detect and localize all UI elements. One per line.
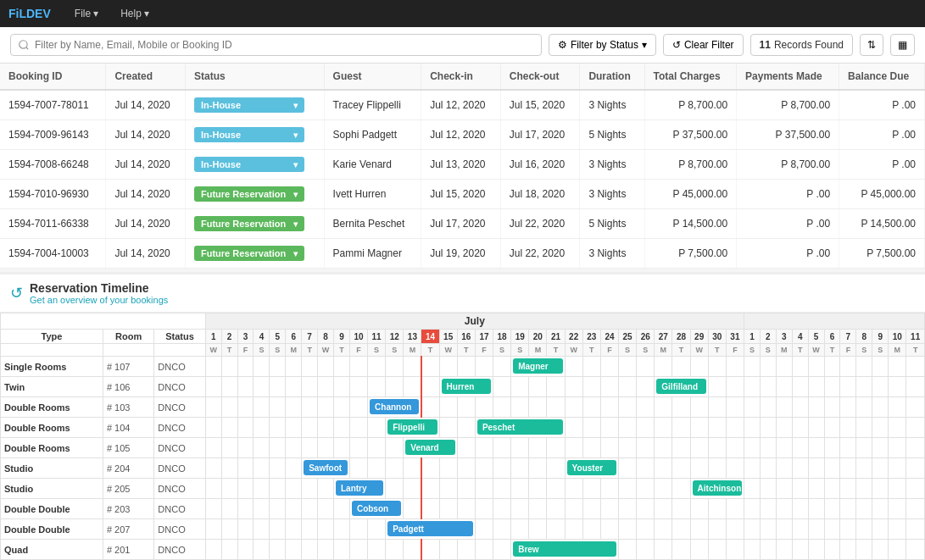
timeline-empty-cell <box>302 377 318 397</box>
timeline-empty-cell <box>856 519 872 540</box>
timeline-status: DNCO <box>154 397 205 418</box>
timeline-bar-cell: Cobson <box>349 499 403 519</box>
timeline-empty-cell <box>270 519 286 540</box>
timeline-empty-cell <box>619 377 637 397</box>
status-dropdown-arrow[interactable]: ▾ <box>293 101 298 110</box>
status-dropdown-arrow[interactable]: ▾ <box>293 219 298 229</box>
timeline-empty-cell <box>824 418 840 438</box>
timeline-empty-cell <box>270 438 286 458</box>
weekday-July-24: F <box>600 344 618 357</box>
status-badge[interactable]: Future Reservation ▾ <box>194 246 304 261</box>
timeline-empty-cell <box>690 397 708 418</box>
cell-status[interactable]: Future Reservation ▾ <box>186 209 325 239</box>
timeline-empty-cell <box>872 377 889 397</box>
day-header-July-30: 30 <box>708 330 726 344</box>
cell-status[interactable]: Future Reservation ▾ <box>186 239 325 269</box>
nav-help[interactable]: Help ▾ <box>114 8 156 19</box>
timeline-empty-cell <box>744 458 761 479</box>
timeline-empty-cell <box>237 397 254 418</box>
col-checkout: Check-out <box>500 64 580 90</box>
timeline-bar-cell: Peschet <box>475 418 565 438</box>
day-header-July-28: 28 <box>672 330 690 344</box>
timeline-type: Double Rooms <box>1 418 103 438</box>
status-badge[interactable]: In-House ▾ <box>194 97 304 113</box>
cell-guest: Tracey Flippelli <box>324 90 421 120</box>
timeline-empty-cell <box>840 397 856 418</box>
timeline-empty-cell <box>824 397 840 418</box>
clear-filter-button[interactable]: ↺ Clear Filter <box>663 34 744 56</box>
timeline-empty-cell <box>404 357 421 377</box>
timeline-empty-cell <box>334 357 350 377</box>
timeline-room: # 207 <box>103 519 153 540</box>
cell-checkout: Jul 22, 2020 <box>500 239 580 269</box>
cell-checkout: Jul 18, 2020 <box>500 180 580 209</box>
day-header-July-6: 6 <box>286 330 302 344</box>
timeline-empty-cell <box>808 519 824 540</box>
timeline-empty-cell <box>254 438 270 458</box>
sort-button[interactable]: ⇅ <box>860 34 883 56</box>
cell-booking-id: 1594-7007-78011 <box>0 90 106 120</box>
timeline-status: DNCO <box>154 479 205 499</box>
timeline-empty-cell <box>493 519 511 540</box>
timeline-empty-cell <box>457 357 475 377</box>
timeline-empty-cell <box>270 397 286 418</box>
timeline-empty-cell <box>547 377 565 397</box>
timeline-empty-cell <box>254 499 270 519</box>
timeline-empty-cell <box>776 438 792 458</box>
timeline-empty-cell <box>824 519 840 540</box>
status-badge[interactable]: Future Reservation ▾ <box>194 186 304 202</box>
timeline-empty-cell <box>254 397 270 418</box>
cell-status[interactable]: In-House ▾ <box>186 150 325 180</box>
timeline-empty-cell <box>889 479 906 499</box>
timeline-empty-cell <box>349 397 367 418</box>
timeline-grid-wrapper: July Type Room Status1234567891011121314… <box>0 313 925 560</box>
timeline-empty-cell <box>493 479 511 499</box>
timeline-status: DNCO <box>154 519 205 540</box>
status-dropdown-arrow[interactable]: ▾ <box>293 190 298 199</box>
timeline-empty-cell <box>792 519 808 540</box>
cell-status[interactable]: In-House ▾ <box>186 120 325 150</box>
status-dropdown-arrow[interactable]: ▾ <box>293 249 298 258</box>
cell-status[interactable]: In-House ▾ <box>186 90 325 120</box>
timeline-empty-cell <box>221 540 237 560</box>
timeline-empty-cell <box>600 438 618 458</box>
timeline-empty-cell <box>637 540 655 560</box>
cell-booking-id: 1594-7011-66338 <box>0 209 106 239</box>
nav-file[interactable]: File ▾ <box>68 8 105 19</box>
status-badge[interactable]: Future Reservation ▾ <box>194 216 304 231</box>
weekday-Aug-1: S <box>744 344 761 357</box>
timeline-empty-cell <box>334 377 350 397</box>
day-header-July-20: 20 <box>529 330 547 344</box>
timeline-empty-cell <box>286 377 302 397</box>
timeline-empty-cell <box>237 438 254 458</box>
timeline-empty-cell <box>637 377 655 397</box>
day-header-July-21: 21 <box>547 330 565 344</box>
grid-view-button[interactable]: ▦ <box>890 34 915 56</box>
search-input[interactable] <box>10 34 542 56</box>
timeline-empty-cell <box>404 499 421 519</box>
timeline-empty-cell <box>872 479 889 499</box>
timeline-empty-cell <box>386 458 404 479</box>
timeline-empty-cell <box>744 499 761 519</box>
cell-status[interactable]: Future Reservation ▾ <box>186 180 325 209</box>
timeline-empty-cell <box>690 458 708 479</box>
status-dropdown-arrow[interactable]: ▾ <box>293 160 298 169</box>
timeline-empty-cell <box>475 540 493 560</box>
day-header-Aug-3: 3 <box>776 330 792 344</box>
filter-by-status-button[interactable]: ⚙ Filter by Status ▾ <box>549 34 656 56</box>
status-badge[interactable]: In-House ▾ <box>194 127 304 142</box>
timeline-empty-cell <box>872 519 889 540</box>
timeline-empty-cell <box>349 377 367 397</box>
reservation-bar: Channon <box>370 399 419 414</box>
status-badge[interactable]: In-House ▾ <box>194 157 304 172</box>
timeline-empty-cell <box>672 397 690 418</box>
status-dropdown-arrow[interactable]: ▾ <box>293 130 298 140</box>
timeline-empty-cell <box>404 479 421 499</box>
timeline-empty-cell <box>655 458 672 479</box>
timeline-empty-cell <box>529 438 547 458</box>
timeline-bar-cell: Hurren <box>439 377 493 397</box>
timeline-empty-cell <box>302 397 318 418</box>
col-total: Total Charges <box>644 64 736 90</box>
weekday-July-5: S <box>270 344 286 357</box>
timeline-empty-cell <box>439 458 457 479</box>
